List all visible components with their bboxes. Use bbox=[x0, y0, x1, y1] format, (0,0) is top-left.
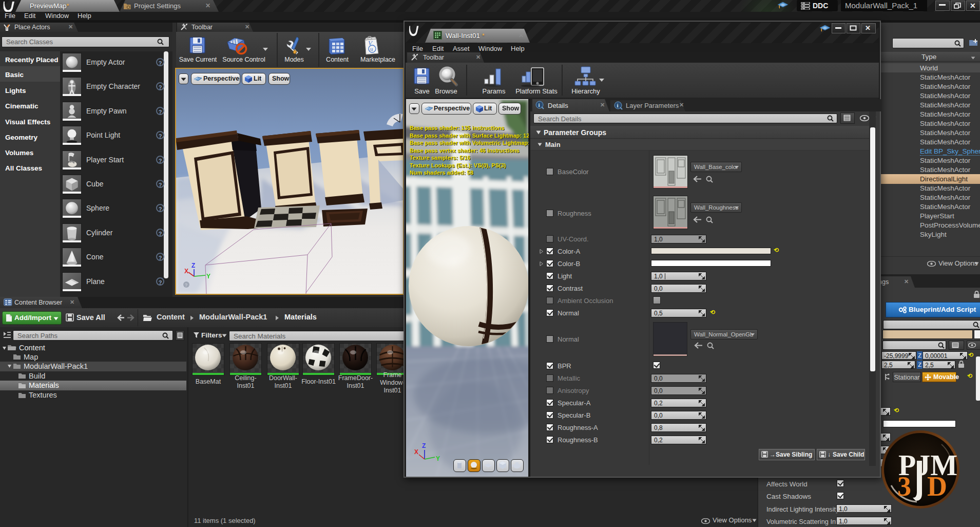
svg-text:X: X bbox=[184, 268, 188, 275]
svg-text:?: ? bbox=[185, 283, 187, 288]
svg-text:Y: Y bbox=[206, 273, 210, 280]
svg-text:Z: Z bbox=[191, 262, 195, 269]
svg-text:u: u bbox=[370, 46, 373, 52]
svg-text:i: i bbox=[539, 102, 540, 108]
svg-text:Z: Z bbox=[422, 442, 426, 449]
svg-text:i: i bbox=[617, 102, 619, 108]
svg-text:3: 3 bbox=[897, 471, 911, 502]
svg-text:Y: Y bbox=[436, 455, 440, 462]
svg-text:X: X bbox=[414, 448, 418, 456]
svg-text:D: D bbox=[927, 471, 947, 502]
